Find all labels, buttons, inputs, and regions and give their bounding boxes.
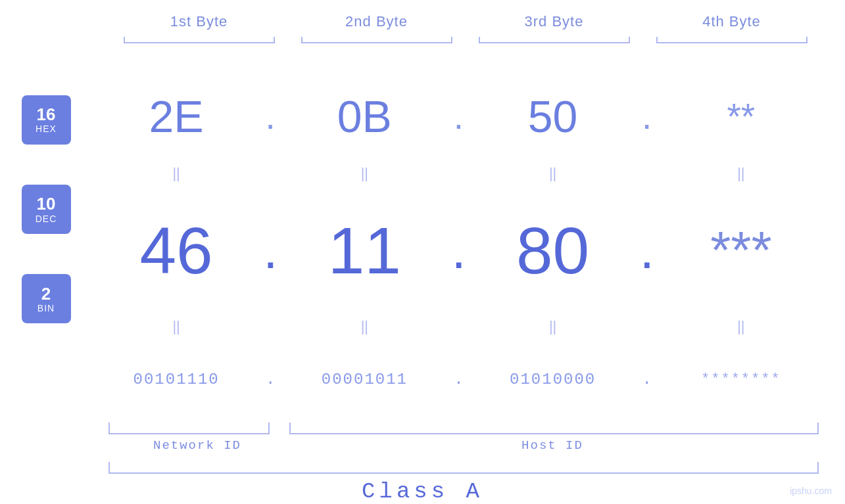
equals-3: ||: [475, 165, 631, 182]
hex-cell-3: 50: [475, 91, 631, 142]
dec-cell-2: 11: [287, 218, 442, 283]
dec-badge-number: 10: [37, 195, 56, 214]
dec-cell-4: ***: [664, 220, 819, 281]
class-label: Class A: [0, 479, 845, 504]
bin-dot-1: .: [254, 371, 287, 388]
equals-row-1: || || || ||: [85, 164, 832, 183]
hex-dot-2: .: [443, 95, 475, 137]
dec-dot-1: .: [254, 220, 287, 281]
bin-value-4: ********: [701, 371, 781, 388]
hex-badge: 16 HEX: [22, 95, 71, 145]
hex-value-3: 50: [528, 91, 578, 142]
byte-label-2: 2nd Byte: [288, 13, 466, 30]
class-bracket: [109, 462, 819, 474]
dec-cell-3: 80: [475, 218, 631, 283]
equals-8: ||: [664, 318, 819, 335]
hex-badge-label: HEX: [36, 124, 57, 134]
bracket-3: [466, 35, 643, 49]
bin-dot-2: .: [443, 371, 475, 388]
bottom-section: Network ID Host ID Class A: [0, 423, 845, 504]
hex-value-2: 0B: [337, 91, 392, 142]
dec-value-4: ***: [710, 220, 771, 281]
hex-value-4: **: [727, 95, 755, 137]
bin-cell-3: 01010000: [475, 371, 631, 388]
dec-row: 46 . 11 . 80 . ***: [85, 183, 832, 317]
bracket-1: [110, 35, 288, 49]
hex-cell-4: **: [664, 95, 819, 137]
byte-labels-row: 1st Byte 2nd Byte 3rd Byte 4th Byte: [110, 13, 821, 30]
content-area: 16 HEX 10 DEC 2 BIN 2E .: [0, 68, 845, 423]
bracket-2: [288, 35, 466, 49]
bin-row: 00101110 . 00001011 . 01010000 .: [85, 336, 832, 423]
watermark: ipshu.com: [790, 486, 832, 496]
bin-badge: 2 BIN: [22, 274, 71, 323]
bin-cell-4: ********: [664, 371, 819, 388]
equals-row-2: || || || ||: [85, 317, 832, 336]
byte-label-1: 1st Byte: [110, 13, 288, 30]
badges-column: 16 HEX 10 DEC 2 BIN: [0, 68, 85, 423]
top-brackets-row: [110, 35, 821, 49]
byte-label-3: 3rd Byte: [466, 13, 643, 30]
host-id-label: Host ID: [286, 438, 819, 453]
bin-value-1: 00101110: [133, 371, 220, 388]
hex-value-1: 2E: [149, 91, 204, 142]
network-id-bracket: [109, 423, 270, 434]
data-area: 2E . 0B . 50 . **: [85, 68, 845, 423]
dec-dot-2: .: [443, 220, 475, 281]
byte-label-4: 4th Byte: [643, 13, 821, 30]
equals-5: ||: [99, 318, 254, 335]
hex-dot-1: .: [254, 95, 287, 137]
hex-cell-1: 2E: [99, 91, 254, 142]
network-id-label: Network ID: [109, 438, 286, 453]
dec-badge-label: DEC: [36, 214, 57, 224]
main-container: 1st Byte 2nd Byte 3rd Byte 4th Byte 16 H…: [0, 0, 845, 504]
bin-dot-3: .: [631, 371, 664, 388]
equals-4: ||: [664, 165, 819, 182]
equals-2: ||: [287, 165, 442, 182]
bottom-bracket-lines: [109, 423, 819, 434]
hex-cell-2: 0B: [287, 91, 442, 142]
equals-1: ||: [99, 165, 254, 182]
hex-badge-number: 16: [37, 105, 56, 124]
equals-6: ||: [287, 318, 442, 335]
dec-value-3: 80: [516, 218, 589, 283]
bin-value-3: 01010000: [510, 371, 596, 388]
hex-dot-3: .: [631, 95, 664, 137]
bracket-4: [643, 35, 821, 49]
bin-value-2: 00001011: [322, 371, 408, 388]
id-labels-row: Network ID Host ID: [109, 438, 819, 453]
dec-value-1: 46: [140, 218, 213, 283]
bin-cell-1: 00101110: [99, 371, 254, 388]
bin-badge-label: BIN: [37, 303, 55, 313]
dec-dot-3: .: [631, 220, 664, 281]
host-id-bracket: [289, 423, 819, 434]
dec-cell-1: 46: [99, 218, 254, 283]
bin-badge-number: 2: [41, 285, 51, 304]
bin-cell-2: 00001011: [287, 371, 442, 388]
dec-badge: 10 DEC: [22, 185, 71, 234]
dec-value-2: 11: [328, 218, 401, 283]
equals-7: ||: [475, 318, 631, 335]
hex-row: 2E . 0B . 50 . **: [85, 68, 832, 164]
